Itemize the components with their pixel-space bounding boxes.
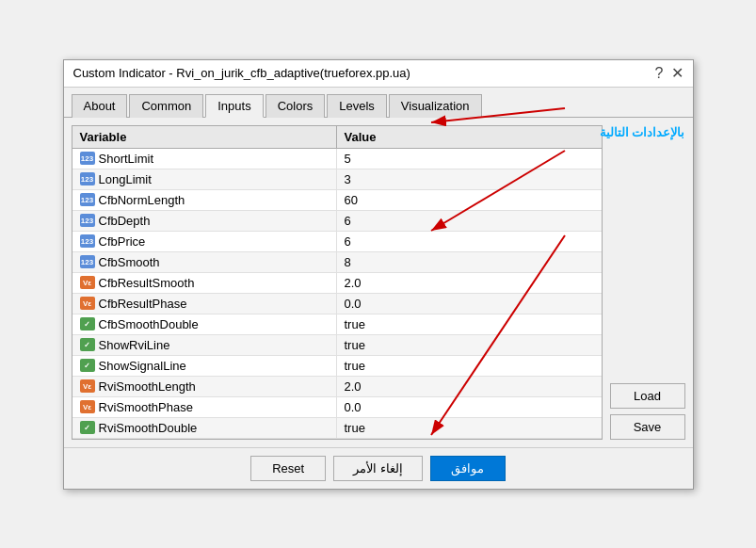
value-cell[interactable]: 5 (337, 149, 602, 169)
variable-value: true (345, 338, 365, 352)
type-icon: 123 (80, 193, 95, 206)
variable-cell: Vε CfbResultPhase (72, 294, 337, 314)
value-cell[interactable]: 2.0 (337, 273, 602, 293)
value-cell[interactable]: true (337, 314, 602, 334)
variable-value: 5 (345, 152, 351, 166)
variable-value: true (345, 359, 365, 373)
value-cell[interactable]: 0.0 (337, 294, 602, 314)
tab-visualization[interactable]: Visualization (389, 94, 482, 118)
variable-cell: ✓ ShowRviLine (72, 335, 337, 355)
type-icon: Vε (80, 297, 95, 310)
tab-colors[interactable]: Colors (265, 94, 326, 118)
variable-name: ShortLimit (99, 152, 154, 166)
variable-name: CfbResultSmooth (99, 276, 195, 290)
variable-name: CfbNormLength (99, 193, 185, 207)
variable-cell: Vε RviSmoothLength (72, 377, 337, 396)
variable-name: CfbSmooth (99, 255, 160, 269)
value-cell[interactable]: 2.0 (337, 377, 602, 396)
value-cell[interactable]: 0.0 (337, 397, 602, 417)
variable-name: RviSmoothLength (99, 379, 196, 394)
variable-value: 2.0 (345, 379, 362, 394)
value-cell[interactable]: true (337, 335, 602, 355)
variable-cell: 123 CfbNormLength (72, 190, 337, 210)
help-button[interactable]: ? (655, 66, 664, 81)
table-row[interactable]: 123 CfbPrice 6 (72, 232, 602, 252)
variable-name: RviSmoothDouble (99, 421, 198, 435)
table-row[interactable]: ✓ ShowRviLine true (72, 335, 602, 356)
variable-cell: ✓ RviSmoothDouble (72, 418, 337, 438)
variable-value: 60 (345, 193, 358, 207)
variable-value: 2.0 (345, 276, 362, 290)
ok-button[interactable]: موافق (430, 456, 506, 481)
variable-value: 6 (345, 234, 351, 249)
table-row[interactable]: ✓ ShowSignalLine true (72, 356, 602, 377)
variable-value: true (345, 317, 365, 331)
variable-value: 0.0 (345, 400, 362, 414)
variable-name: ShowSignalLine (99, 359, 186, 373)
variable-cell: 123 CfbSmooth (72, 252, 337, 272)
table-header: Variable Value (72, 126, 602, 149)
type-icon: 123 (80, 172, 95, 185)
dialog: Custom Indicator - Rvi_on_jurik_cfb_adap… (63, 59, 694, 490)
tab-about[interactable]: About (72, 94, 128, 118)
table-row[interactable]: Vε CfbResultSmooth 2.0 (72, 273, 602, 294)
annotation-text: بالإعدادات التالية (600, 125, 685, 139)
type-icon: 123 (80, 255, 95, 268)
variable-name: LongLimit (99, 172, 152, 186)
table-row[interactable]: 123 ShortLimit 5 (72, 149, 602, 169)
value-cell[interactable]: 60 (337, 190, 602, 210)
variable-value: 8 (345, 255, 351, 269)
type-icon: ✓ (80, 359, 95, 372)
variable-cell: 123 ShortLimit (72, 149, 337, 169)
type-icon: ✓ (80, 317, 95, 330)
load-button[interactable]: Load (610, 383, 685, 409)
table-row[interactable]: 123 CfbDepth 6 (72, 211, 602, 232)
table-body: 123 ShortLimit 5 123 LongLimit 3 123 Cfb… (72, 149, 602, 439)
variable-name: CfbResultPhase (99, 297, 187, 311)
table-row[interactable]: Vε RviSmoothLength 2.0 (72, 377, 602, 397)
table-row[interactable]: 123 CfbSmooth 8 (72, 252, 602, 273)
variable-name: CfbSmoothDouble (99, 317, 199, 331)
close-button[interactable]: ✕ (671, 66, 684, 81)
table-row[interactable]: ✓ CfbSmoothDouble true (72, 314, 602, 335)
value-cell[interactable]: true (337, 356, 602, 376)
variable-cell: ✓ ShowSignalLine (72, 356, 337, 376)
variable-cell: 123 CfbPrice (72, 232, 337, 251)
variable-value: 0.0 (345, 297, 362, 311)
value-cell[interactable]: 8 (337, 252, 602, 272)
type-icon: ✓ (80, 338, 95, 351)
variable-cell: 123 CfbDepth (72, 211, 337, 231)
table-row[interactable]: 123 CfbNormLength 60 (72, 190, 602, 211)
value-cell[interactable]: true (337, 418, 602, 438)
variable-cell: 123 LongLimit (72, 169, 337, 189)
tab-inputs[interactable]: Inputs (205, 94, 263, 118)
content-area: Variable Value 123 ShortLimit 5 123 Long… (64, 118, 693, 447)
side-panel: بالإعدادات التالية Load Save (610, 125, 685, 440)
cancel-button[interactable]: إلغاء الأمر (333, 456, 423, 481)
variable-value: 3 (345, 172, 351, 186)
variable-value: 6 (345, 214, 351, 228)
variable-name: CfbDepth (99, 214, 151, 228)
value-cell[interactable]: 6 (337, 232, 602, 251)
value-cell[interactable]: 3 (337, 169, 602, 189)
title-bar-controls: ? ✕ (655, 66, 684, 81)
table-row[interactable]: 123 LongLimit 3 (72, 169, 602, 190)
value-cell[interactable]: 6 (337, 211, 602, 231)
save-button[interactable]: Save (610, 414, 685, 440)
variable-cell: ✓ CfbSmoothDouble (72, 314, 337, 334)
reset-button[interactable]: Reset (250, 456, 326, 481)
table-row[interactable]: Vε CfbResultPhase 0.0 (72, 294, 602, 314)
tab-levels[interactable]: Levels (327, 94, 387, 118)
variable-cell: Vε CfbResultSmooth (72, 273, 337, 293)
variable-table: Variable Value 123 ShortLimit 5 123 Long… (72, 125, 603, 440)
variable-value: true (345, 421, 365, 435)
variable-cell: Vε RviSmoothPhase (72, 397, 337, 417)
table-row[interactable]: ✓ RviSmoothDouble true (72, 418, 602, 439)
tab-bar: About Common Inputs Colors Levels Visual… (64, 88, 693, 118)
title-bar: Custom Indicator - Rvi_on_jurik_cfb_adap… (64, 60, 693, 88)
tab-common[interactable]: Common (129, 94, 203, 118)
type-icon: 123 (80, 214, 95, 227)
variable-name: CfbPrice (99, 234, 146, 249)
table-row[interactable]: Vε RviSmoothPhase 0.0 (72, 397, 602, 418)
type-icon: ✓ (80, 421, 95, 434)
